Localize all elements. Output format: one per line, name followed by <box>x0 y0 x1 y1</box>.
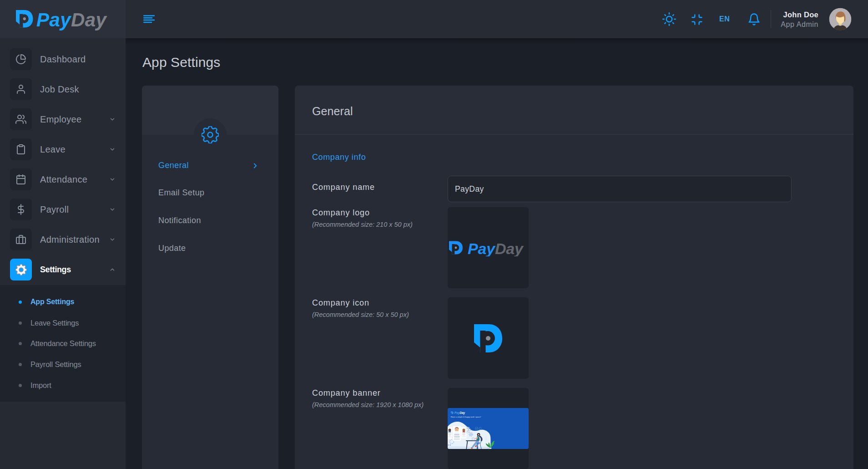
svg-text:PayDay: PayDay <box>468 240 524 256</box>
svg-text:PayDay: PayDay <box>36 9 107 31</box>
svg-text:PayDay: PayDay <box>454 411 465 415</box>
svg-text:Have a simple & happy work~spa: Have a simple & happy work~space! <box>451 416 481 418</box>
